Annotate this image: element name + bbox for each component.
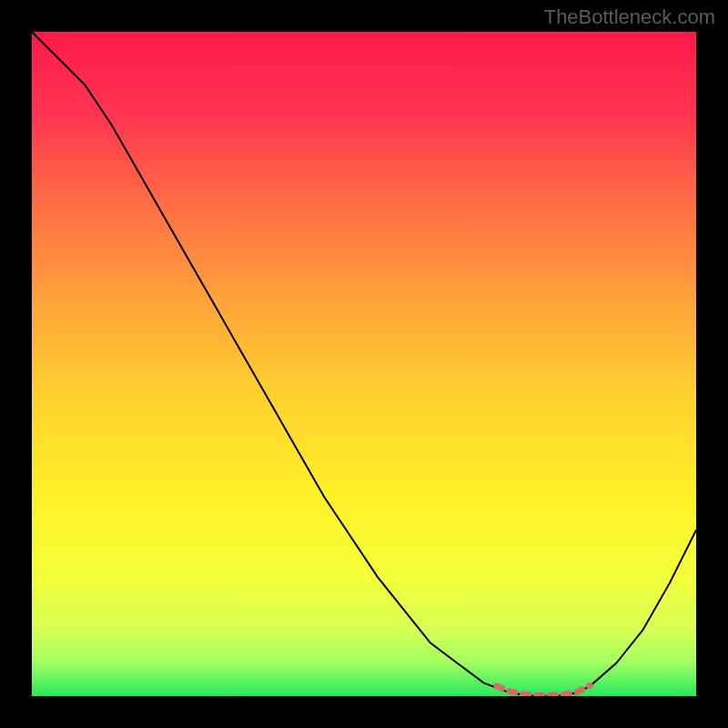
chart-plot-area	[32, 32, 696, 696]
chart-curves	[32, 32, 696, 696]
watermark-text: TheBottleneck.com	[544, 5, 715, 29]
optimal-range-highlight	[497, 685, 590, 695]
bottleneck-curve	[32, 32, 696, 696]
